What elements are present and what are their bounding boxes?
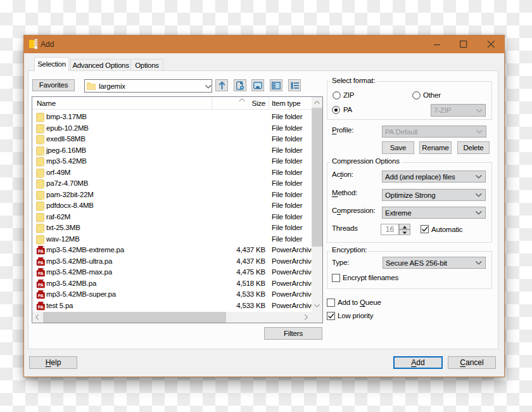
svg-text:PA: PA (38, 305, 44, 309)
svg-text:PA: PA (38, 271, 44, 276)
svg-text:PA: PA (38, 249, 44, 254)
svg-text:PA: PA (38, 283, 44, 287)
svg-text:PA: PA (38, 293, 44, 298)
svg-text:PA: PA (38, 261, 44, 265)
